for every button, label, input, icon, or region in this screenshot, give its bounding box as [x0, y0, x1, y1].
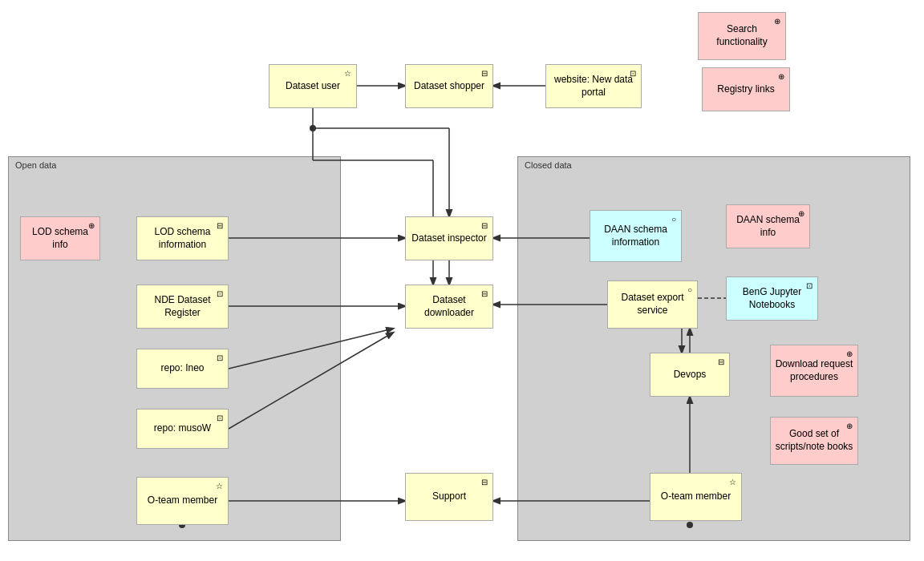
beng-jupyter-icon: ⊡: [806, 280, 813, 291]
website-new-label: website: New data portal: [549, 74, 638, 99]
search-func-label: Search functionality: [702, 23, 782, 48]
repo-musow-box[interactable]: repo: musoW ⊡: [136, 409, 229, 449]
closed-data-label: Closed data: [525, 160, 572, 170]
website-new-icon: ⊡: [630, 68, 636, 79]
dataset-shopper-box[interactable]: Dataset shopper ⊟: [405, 64, 493, 108]
daan-schema-info-box[interactable]: DAAN schema info ⊕: [726, 204, 810, 248]
repo-musow-icon: ⊡: [217, 413, 223, 423]
dataset-downloader-icon: ⊟: [481, 289, 488, 299]
dataset-export-icon: ○: [687, 285, 692, 295]
lod-schema-label: LOD schema information: [140, 226, 225, 251]
good-set-box[interactable]: Good set of scripts/note books ⊕: [770, 417, 858, 465]
search-func-icon: ⊕: [774, 16, 780, 26]
download-req-label: Download request procedures: [774, 358, 854, 383]
dataset-inspector-box[interactable]: Dataset inspector ⊟: [405, 216, 493, 260]
devops-icon: ⊟: [718, 357, 724, 367]
o-team-open-label: O-team member: [148, 494, 217, 507]
lod-schema-icon: ⊟: [217, 220, 223, 231]
dataset-inspector-icon: ⊟: [481, 220, 488, 231]
nde-dataset-label: NDE Dataset Register: [140, 294, 225, 319]
download-req-box[interactable]: Download request procedures ⊕: [770, 345, 858, 397]
lod-schema-ext-label: LOD schema info: [24, 226, 96, 251]
good-set-label: Good set of scripts/note books: [774, 428, 854, 453]
dataset-export-box[interactable]: Dataset export service ○: [607, 280, 698, 329]
dataset-inspector-label: Dataset inspector: [411, 232, 486, 245]
registry-links-icon: ⊕: [778, 71, 784, 82]
website-new-box[interactable]: website: New data portal ⊡: [545, 64, 642, 108]
nde-dataset-icon: ⊡: [217, 289, 223, 299]
lod-schema-box[interactable]: LOD schema information ⊟: [136, 216, 229, 260]
o-team-closed-box[interactable]: O-team member ☆: [650, 473, 742, 521]
beng-jupyter-label: BenG Jupyter Notebooks: [730, 286, 814, 311]
o-team-closed-icon: ☆: [729, 477, 736, 487]
registry-links-label: Registry links: [717, 83, 774, 96]
dataset-user-icon: ☆: [344, 68, 351, 79]
devops-box[interactable]: Devops ⊟: [650, 353, 730, 397]
support-label: Support: [432, 490, 466, 503]
open-data-label: Open data: [15, 160, 56, 170]
repo-musow-label: repo: musoW: [154, 422, 211, 435]
o-team-open-box[interactable]: O-team member ☆: [136, 477, 229, 525]
devops-label: Devops: [674, 369, 707, 381]
support-icon: ⊟: [481, 477, 488, 487]
daan-schema-label: DAAN schema information: [594, 224, 678, 248]
good-set-icon: ⊕: [846, 421, 853, 431]
dataset-export-label: Dataset export service: [611, 292, 694, 317]
o-team-open-icon: ☆: [216, 481, 223, 491]
daan-schema-info-label: DAAN schema info: [730, 214, 806, 239]
dataset-downloader-box[interactable]: Dataset downloader ⊟: [405, 285, 493, 329]
dataset-user-label: Dataset user: [286, 80, 340, 93]
repo-ineo-label: repo: Ineo: [160, 362, 204, 375]
o-team-closed-label: O-team member: [661, 490, 731, 503]
nde-dataset-box[interactable]: NDE Dataset Register ⊡: [136, 285, 229, 329]
lod-schema-ext-box[interactable]: LOD schema info ⊕: [20, 216, 100, 260]
support-box[interactable]: Support ⊟: [405, 473, 493, 521]
daan-schema-box[interactable]: DAAN schema information ○: [590, 210, 682, 262]
registry-links-box[interactable]: Registry links ⊕: [702, 67, 790, 111]
search-functionality-box[interactable]: Search functionality ⊕: [698, 12, 786, 60]
download-req-icon: ⊕: [846, 349, 853, 359]
daan-schema-icon: ○: [671, 214, 676, 224]
lod-schema-ext-icon: ⊕: [88, 220, 95, 231]
svg-point-2: [310, 125, 316, 131]
dataset-user-box[interactable]: Dataset user ☆: [269, 64, 357, 108]
dataset-shopper-label: Dataset shopper: [414, 80, 484, 93]
dataset-downloader-label: Dataset downloader: [409, 294, 489, 319]
repo-ineo-icon: ⊡: [217, 353, 223, 363]
repo-ineo-box[interactable]: repo: Ineo ⊡: [136, 349, 229, 389]
dataset-shopper-icon: ⊟: [481, 68, 488, 79]
diagram: Open data Closed data: [0, 0, 924, 561]
daan-schema-info-icon: ⊕: [798, 208, 804, 219]
beng-jupyter-box[interactable]: BenG Jupyter Notebooks ⊡: [726, 276, 818, 321]
